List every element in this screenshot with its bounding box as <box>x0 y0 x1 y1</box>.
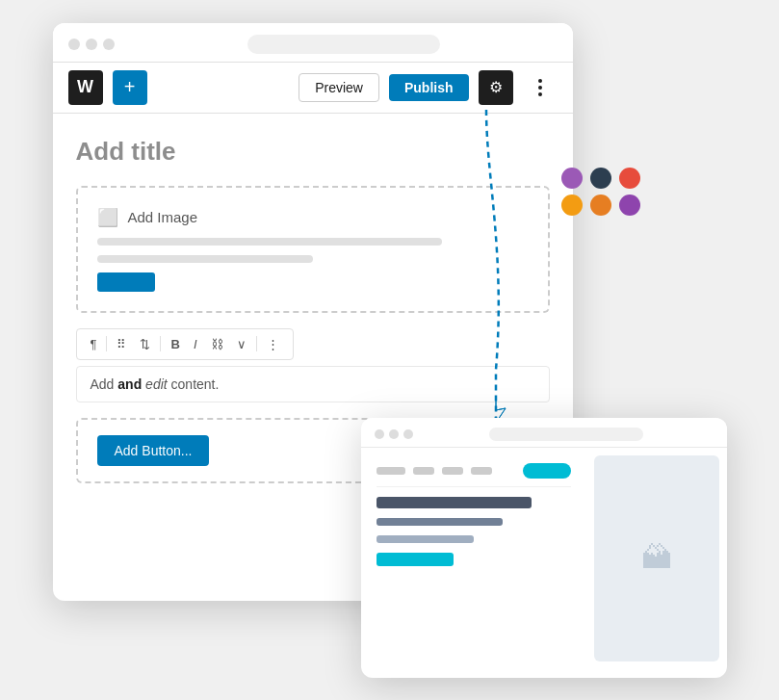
site-content: 🏔 <box>361 448 727 669</box>
site-traffic-light-minimize <box>389 429 399 439</box>
more-dot <box>538 79 542 83</box>
site-nav-cta <box>523 463 571 479</box>
more-options-button[interactable] <box>523 70 558 105</box>
grid-btn[interactable]: ⠿ <box>113 335 130 353</box>
traffic-light-minimize <box>86 39 97 50</box>
image-block-header: ⬜ Add Image <box>97 207 529 228</box>
site-nav-item-3 <box>471 467 492 475</box>
text-bold: and <box>117 376 142 392</box>
preview-button[interactable]: Preview <box>299 73 379 102</box>
arrows-btn[interactable]: ⇅ <box>136 335 154 353</box>
toolbar-divider <box>256 336 257 351</box>
swatch-row-2 <box>561 194 640 216</box>
site-traffic-light-maximize <box>403 429 413 439</box>
settings-button[interactable]: ⚙ <box>479 70 513 105</box>
bold-btn[interactable]: B <box>167 335 183 353</box>
traffic-light-maximize <box>103 39 115 50</box>
toolbar-divider <box>106 336 107 351</box>
site-url-bar <box>489 428 643 441</box>
text-before: Add <box>91 376 118 392</box>
swatch-row-1 <box>561 168 640 189</box>
text-after: content. <box>168 376 220 392</box>
site-subheading-1 <box>377 518 503 526</box>
settings-icon: ⚙ <box>489 78 503 96</box>
scene: W + Preview Publish ⚙ Add title <box>53 23 727 678</box>
site-window: 🏔 <box>361 418 727 678</box>
add-button-cta[interactable]: Add Button... <box>97 435 210 466</box>
image-placeholder-line-2 <box>97 255 313 263</box>
window-titlebar <box>53 23 573 63</box>
text-block[interactable]: Add and edit content. <box>76 366 550 402</box>
swatch-orange[interactable] <box>561 194 583 216</box>
swatch-violet[interactable] <box>619 194 640 216</box>
site-nav-item-1 <box>413 467 434 475</box>
site-image-placeholder: 🏔 <box>594 455 719 661</box>
wp-logo: W <box>68 70 103 105</box>
dropdown-btn[interactable]: ∨ <box>233 335 250 353</box>
traffic-lights <box>68 39 115 50</box>
traffic-light-close <box>68 39 80 50</box>
swatch-dark-navy[interactable] <box>590 168 611 189</box>
image-block-label: Add Image <box>128 209 198 225</box>
add-block-button[interactable]: + <box>113 70 147 105</box>
site-bottom-cta <box>377 553 454 566</box>
site-heading <box>377 497 532 508</box>
site-nav-logo <box>377 467 405 475</box>
image-icon: ⬜ <box>97 207 118 228</box>
site-titlebar <box>361 418 727 448</box>
more-dot <box>538 92 542 96</box>
site-traffic-lights <box>375 429 413 439</box>
swatch-red[interactable] <box>619 168 640 189</box>
color-swatches-panel <box>552 158 650 225</box>
more-dot <box>538 86 542 90</box>
publish-button[interactable]: Publish <box>389 74 469 101</box>
more-options-toolbar-btn[interactable]: ⋮ <box>263 335 283 353</box>
page-title-input[interactable]: Add title <box>76 137 550 167</box>
site-main-content <box>361 448 586 669</box>
text-italic: edit <box>145 376 168 392</box>
image-placeholder-line-1 <box>97 238 442 246</box>
url-bar <box>247 35 440 54</box>
image-block[interactable]: ⬜ Add Image <box>76 186 550 313</box>
italic-btn[interactable]: I <box>190 335 201 353</box>
image-color-block <box>97 272 155 292</box>
swatch-purple[interactable] <box>561 168 583 189</box>
site-nav-item-2 <box>442 467 463 475</box>
editor-toolbar: W + Preview Publish ⚙ <box>53 63 573 114</box>
link-btn[interactable]: ⛓ <box>207 335 227 353</box>
paragraph-toolbar: ¶ ⠿ ⇅ B I ⛓ ∨ ⋮ <box>76 328 294 360</box>
site-traffic-light-close <box>375 429 384 439</box>
site-subheading-2 <box>377 535 474 543</box>
site-image-icon: 🏔 <box>641 540 672 576</box>
toolbar-divider <box>160 336 161 351</box>
paragraph-btn[interactable]: ¶ <box>87 335 101 353</box>
site-nav <box>377 463 571 487</box>
swatch-dark-orange[interactable] <box>590 194 611 216</box>
